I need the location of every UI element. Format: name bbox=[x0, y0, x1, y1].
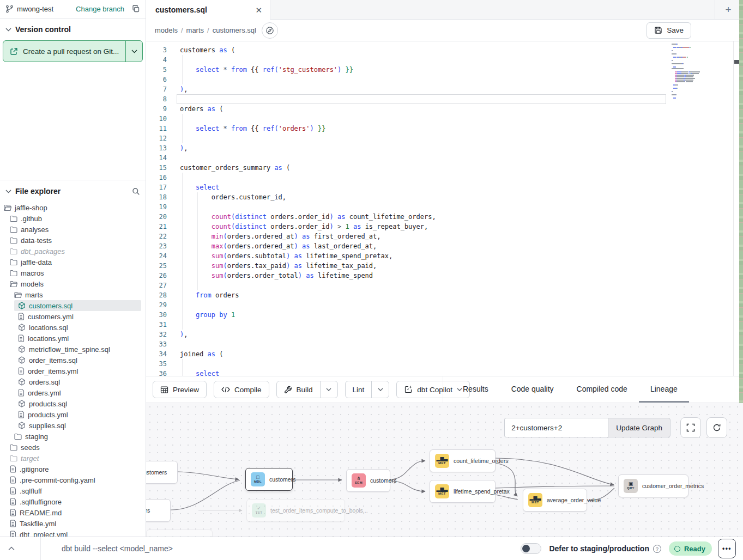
create-pr-button[interactable]: Create a pull request on Git... bbox=[3, 40, 143, 62]
help-icon[interactable]: ? bbox=[653, 545, 661, 553]
compile-button[interactable]: Compile bbox=[214, 381, 269, 398]
code-line-12[interactable] bbox=[180, 133, 672, 143]
breadcrumb-part[interactable]: marts bbox=[186, 26, 204, 34]
tree-item-macros[interactable]: macros bbox=[0, 267, 146, 278]
new-tab-button[interactable]: + bbox=[718, 0, 738, 19]
tab-customers-sql[interactable]: customers.sql ✕ bbox=[146, 0, 270, 20]
tree-item-.gitignore[interactable]: .gitignore bbox=[0, 464, 146, 474]
tree-item-.github[interactable]: .github bbox=[0, 213, 146, 224]
more-options-button[interactable]: ••• bbox=[718, 539, 736, 558]
build-caret[interactable] bbox=[320, 381, 337, 398]
tab-compiled-code[interactable]: Compiled code bbox=[565, 376, 639, 403]
tree-item-jaffle-data[interactable]: jaffle-data bbox=[0, 257, 146, 267]
code-line-6[interactable] bbox=[180, 75, 672, 84]
code-line-35[interactable] bbox=[180, 359, 672, 369]
preview-button[interactable]: Preview bbox=[153, 381, 207, 398]
tree-item-products.sql[interactable]: products.sql bbox=[0, 398, 146, 409]
code-line-27[interactable] bbox=[180, 281, 672, 290]
tree-item-.pre-commit-config.yaml[interactable]: .pre-commit-config.yaml bbox=[0, 474, 146, 485]
code-line-29[interactable] bbox=[180, 300, 672, 310]
tree-item-dbt_packages[interactable]: dbt_packages bbox=[0, 246, 146, 257]
defer-toggle[interactable] bbox=[521, 543, 541, 554]
code-line-4[interactable] bbox=[180, 55, 672, 65]
code-line-32[interactable]: ), bbox=[180, 330, 672, 339]
code-line-22[interactable]: min(orders.ordered_at) as first_ordered_… bbox=[180, 232, 672, 241]
code-editor[interactable]: 3456789101112131415161718192021222324252… bbox=[146, 41, 743, 376]
code-line-14[interactable] bbox=[180, 153, 672, 163]
tree-item-locations.yml[interactable]: locations.yml bbox=[0, 333, 146, 344]
code-line-30[interactable]: group by 1 bbox=[180, 310, 672, 320]
lineage-node-customers[interactable]: □MDLcustomers bbox=[245, 468, 293, 491]
tree-item-customers.yml[interactable]: customers.yml bbox=[0, 311, 146, 322]
lint-button[interactable]: Lint bbox=[346, 381, 372, 398]
lineage-node-count_lifetime_orders[interactable]: ▂▆▃METcount_lifetime_orders bbox=[430, 449, 496, 472]
tree-item-orders.sql[interactable]: orders.sql bbox=[0, 376, 146, 387]
lineage-node-average_order_value[interactable]: ▂▆▃METaverage_order_value bbox=[523, 489, 587, 512]
lineage-node-clipped[interactable] bbox=[146, 529, 213, 537]
code-line-15[interactable]: customer_orders_summary as ( bbox=[180, 163, 672, 173]
close-icon[interactable]: ✕ bbox=[255, 6, 262, 14]
code-line-31[interactable] bbox=[180, 320, 672, 330]
lineage-node-lifetime_spend_pretax[interactable]: ▂▆▃METlifetime_spend_pretax bbox=[430, 480, 496, 503]
minimap[interactable] bbox=[672, 44, 717, 99]
tree-item-staging[interactable]: staging bbox=[0, 431, 146, 442]
build-button[interactable]: Build bbox=[277, 381, 320, 398]
tree-item-models[interactable]: models bbox=[0, 278, 146, 289]
save-button[interactable]: Save bbox=[647, 22, 691, 39]
lineage-node-customer_order_metrics[interactable]: ▣QRYcustomer_order_metrics bbox=[618, 474, 688, 497]
code-line-23[interactable]: max(orders.ordered_at) as last_ordered_a… bbox=[180, 241, 672, 251]
code-line-11[interactable]: select * from {{ ref('orders') }} bbox=[180, 124, 672, 133]
code-line-20[interactable]: count(distinct orders.order_id) as count… bbox=[180, 212, 672, 222]
code-line-36[interactable]: select bbox=[180, 369, 672, 376]
tree-item-data-tests[interactable]: data-tests bbox=[0, 235, 146, 246]
tree-item-metricflow_time_spine.sql[interactable]: metricflow_time_spine.sql bbox=[0, 344, 146, 355]
code-area[interactable]: customers as ( select * from {{ ref('stg… bbox=[180, 45, 672, 376]
lineage-compass-button[interactable] bbox=[262, 22, 278, 39]
lineage-node-test_order_items_compute_to_bools...[interactable]: ✓TSTtest_order_items_compute_to_bools... bbox=[246, 499, 345, 522]
code-line-18[interactable]: orders.customer_id, bbox=[180, 192, 672, 202]
lineage-node-orders[interactable]: orders bbox=[146, 499, 171, 522]
code-line-17[interactable]: select bbox=[180, 182, 672, 192]
code-line-5[interactable]: select * from {{ ref('stg_customers') }} bbox=[180, 65, 672, 75]
refresh-button[interactable] bbox=[706, 417, 727, 438]
code-line-24[interactable]: sum(orders.subtotal) as lifetime_spend_p… bbox=[180, 251, 672, 261]
update-graph-button[interactable]: Update Graph bbox=[608, 418, 670, 437]
tree-item-.sqlfluffignore[interactable]: .sqlfluffignore bbox=[0, 496, 146, 507]
version-control-header[interactable]: Version control bbox=[0, 19, 146, 38]
code-line-9[interactable]: orders as ( bbox=[180, 104, 672, 114]
search-icon[interactable] bbox=[132, 187, 140, 196]
tree-item-README.md[interactable]: README.md bbox=[0, 507, 146, 518]
file-explorer-header[interactable]: File explorer bbox=[0, 180, 146, 200]
code-line-26[interactable]: sum(orders.order_total) as lifetime_spen… bbox=[180, 271, 672, 281]
tree-item-Taskfile.yml[interactable]: Taskfile.yml bbox=[0, 518, 146, 529]
cli-command-placeholder[interactable]: dbt build --select <model_name> bbox=[62, 544, 173, 553]
editor-scrollbar[interactable] bbox=[733, 41, 739, 376]
code-line-8[interactable] bbox=[180, 94, 672, 104]
code-line-7[interactable]: ), bbox=[180, 84, 672, 94]
collapse-panel-button[interactable] bbox=[0, 546, 23, 551]
tab-code-quality[interactable]: Code quality bbox=[500, 376, 565, 403]
code-line-34[interactable]: joined as ( bbox=[180, 349, 672, 359]
breadcrumb-part[interactable]: customers.sql bbox=[213, 26, 256, 34]
tree-item-orders.yml[interactable]: orders.yml bbox=[0, 387, 146, 398]
tree-item-target[interactable]: target bbox=[0, 453, 146, 464]
change-branch-link[interactable]: Change branch bbox=[76, 5, 124, 13]
tree-item-.sqlfluff[interactable]: .sqlfluff bbox=[0, 485, 146, 496]
lineage-node-customers[interactable]: ⋔SEMcustomers bbox=[346, 469, 390, 492]
tree-item-products.yml[interactable]: products.yml bbox=[0, 409, 146, 420]
tree-item-supplies.sql[interactable]: supplies.sql bbox=[0, 420, 146, 431]
code-line-21[interactable]: count(distinct orders.order_id) > 1 as i… bbox=[180, 222, 672, 232]
create-pr-caret[interactable] bbox=[125, 41, 142, 62]
tree-item-dbt_project.yml[interactable]: dbt_project.yml bbox=[0, 529, 146, 537]
code-line-33[interactable] bbox=[180, 339, 672, 349]
breadcrumb-part[interactable]: models bbox=[155, 26, 178, 34]
lineage-selector-input[interactable] bbox=[504, 418, 608, 437]
tree-item-marts[interactable]: marts bbox=[0, 289, 146, 300]
ready-status-badge[interactable]: Ready bbox=[669, 541, 712, 556]
code-line-10[interactable] bbox=[180, 114, 672, 124]
copy-icon[interactable] bbox=[132, 5, 140, 13]
scrollbar-thumb[interactable] bbox=[734, 60, 739, 64]
create-pr-main[interactable]: Create a pull request on Git... bbox=[3, 41, 125, 62]
tree-item-order_items.sql[interactable]: order_items.sql bbox=[0, 355, 146, 366]
tree-item-analyses[interactable]: analyses bbox=[0, 224, 146, 235]
